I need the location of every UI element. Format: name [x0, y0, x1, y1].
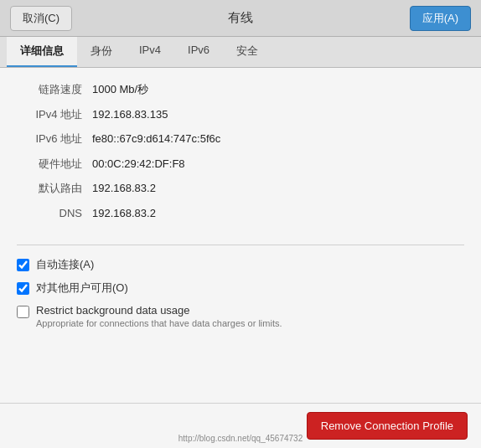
label-gateway: 默认路由 — [17, 180, 92, 197]
label-link-speed: 链路速度 — [17, 81, 92, 98]
allusers-row: 对其他用户可用(O) — [17, 281, 464, 296]
main-content: 链路速度 1000 Mb/秒 IPv4 地址 192.168.83.135 IP… — [0, 68, 481, 403]
divider — [17, 245, 464, 245]
value-ipv4: 192.168.83.135 — [92, 106, 464, 123]
footer: Remove Connection Profile — [0, 403, 481, 448]
autoconnect-label[interactable]: 自动连接(A) — [36, 257, 94, 272]
apply-button[interactable]: 应用(A) — [410, 6, 471, 31]
tab-bar: 详细信息 身份 IPv4 IPv6 安全 — [0, 37, 481, 68]
value-dns: 192.168.83.2 — [92, 205, 464, 222]
restrictbg-row: Restrict background data usage Appropria… — [17, 304, 464, 328]
value-link-speed: 1000 Mb/秒 — [92, 81, 464, 98]
value-hardware: 00:0C:29:42:DF:F8 — [92, 156, 464, 173]
autoconnect-checkbox[interactable] — [17, 259, 29, 271]
label-ipv6: IPv6 地址 — [17, 131, 92, 147]
label-ipv4: IPv4 地址 — [17, 106, 92, 123]
title-bar: 取消(C) 有线 应用(A) — [0, 0, 481, 37]
restrictbg-label[interactable]: Restrict background data usage Appropria… — [36, 304, 282, 328]
tab-security[interactable]: 安全 — [223, 37, 272, 67]
allusers-checkbox[interactable] — [17, 282, 29, 295]
tab-identity[interactable]: 身份 — [77, 37, 126, 67]
tab-ipv4[interactable]: IPv4 — [126, 37, 174, 67]
cancel-button[interactable]: 取消(C) — [10, 6, 72, 31]
label-dns: DNS — [17, 205, 92, 222]
label-hardware: 硬件地址 — [17, 156, 92, 173]
value-ipv6: fe80::67c9:d614:747c:5f6c — [92, 131, 464, 147]
info-table: 链路速度 1000 Mb/秒 IPv4 地址 192.168.83.135 IP… — [17, 81, 464, 221]
tab-details[interactable]: 详细信息 — [7, 37, 77, 67]
restrictbg-sublabel: Appropriate for connections that have da… — [36, 318, 282, 328]
remove-connection-button[interactable]: Remove Connection Profile — [307, 412, 468, 440]
autoconnect-row: 自动连接(A) — [17, 257, 464, 272]
restrictbg-checkbox[interactable] — [17, 306, 29, 318]
value-gateway: 192.168.83.2 — [92, 180, 464, 197]
window-title: 有线 — [228, 10, 253, 26]
allusers-label[interactable]: 对其他用户可用(O) — [36, 281, 128, 296]
tab-ipv6[interactable]: IPv6 — [174, 37, 223, 67]
